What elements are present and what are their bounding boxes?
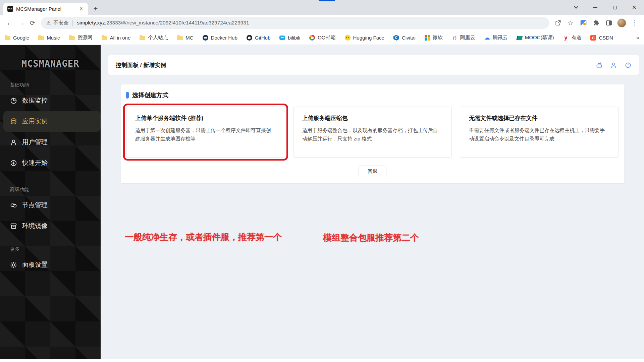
- plus-circle-icon: [10, 160, 17, 167]
- sidebar-item-quickstart[interactable]: 快速开始: [0, 153, 101, 173]
- bookmark-label: Civitai: [402, 35, 416, 41]
- sidebar-item-nodes[interactable]: 节点管理: [0, 195, 101, 216]
- folder-icon: [38, 36, 44, 40]
- user-icon: [10, 139, 17, 146]
- bookmark-label: QQ邮箱: [318, 35, 335, 41]
- sidebar-item-panel-settings[interactable]: 面板设置: [0, 254, 101, 275]
- extensions-puzzle-icon[interactable]: [590, 17, 602, 28]
- maximize-button[interactable]: [605, 0, 625, 15]
- card-description: 不需要任何文件或者服务端文件已存在远程主机上，只需要手动设置启动命令以及文件目录…: [469, 126, 610, 143]
- sidebar-item-label: 节点管理: [22, 201, 48, 209]
- close-button[interactable]: [625, 0, 644, 15]
- database-icon: [10, 118, 17, 125]
- sidebar: MCSMANAGER 基础功能 数据监控 应用实例 用户管理 快速开始 高级功能: [0, 45, 101, 359]
- browser-tab[interactable]: MCS MCSManager Panel: [3, 3, 88, 15]
- title-accent-bar: [126, 92, 129, 99]
- create-method-panel: 选择创建方式 上传单个服务端软件 (推荐) 适用于第一次创建服务器，只需上传一个…: [121, 84, 624, 183]
- sidebar-item-label: 环境镜像: [22, 222, 48, 230]
- bookmark-csdn[interactable]: CSDN: [590, 35, 613, 41]
- bookmark-label: Google: [13, 35, 29, 41]
- bookmarks-overflow-icon[interactable]: [636, 35, 639, 41]
- bilibili-icon: [279, 36, 285, 40]
- bookmark-aliyun[interactable]: 阿里云: [452, 35, 475, 41]
- sidebar-item-label: 面板设置: [22, 260, 48, 269]
- address-input[interactable]: 不安全 simplety.xyz:23333/#/new_instance/20…: [41, 17, 549, 29]
- bookmark-all-in-one[interactable]: All in one: [102, 35, 131, 41]
- reload-icon[interactable]: [27, 17, 38, 28]
- sidebar-section-advanced: 高级功能: [10, 187, 101, 193]
- back-icon[interactable]: [4, 17, 15, 28]
- tab-title: MCSManager Panel: [16, 6, 78, 12]
- back-button[interactable]: 回退: [359, 166, 386, 177]
- civitai-icon: [393, 35, 399, 41]
- bookmark-mc[interactable]: MC: [177, 35, 193, 41]
- bookmark-bilibili[interactable]: bilibili: [279, 35, 300, 41]
- tab-close-icon[interactable]: [78, 5, 85, 12]
- extension-colorful-icon[interactable]: [578, 17, 589, 28]
- github-icon: [247, 35, 252, 41]
- browser-titlebar: MCS MCSManager Panel: [0, 0, 644, 15]
- bookmark-label: Music: [47, 35, 60, 41]
- bookmark-hugging-face[interactable]: Hugging Face: [345, 35, 384, 41]
- url-text[interactable]: simplety.xyz:23333/#/new_instance/2092f4…: [77, 20, 249, 26]
- url-path: :23333/#/new_instance/2092f410fe144119ae…: [105, 20, 249, 25]
- bookmark-tencent-cloud[interactable]: 腾讯云: [484, 35, 508, 41]
- bookmark-music[interactable]: Music: [38, 35, 60, 41]
- side-panel-icon[interactable]: [603, 17, 614, 28]
- bookmark-ziyuanwang[interactable]: 资源网: [69, 35, 93, 41]
- minimize-button[interactable]: [586, 0, 605, 15]
- bookmark-qq-mail[interactable]: QQ邮箱: [309, 35, 335, 41]
- sidebar-item-images[interactable]: 环境镜像: [0, 216, 101, 236]
- mooc-icon: [516, 36, 523, 40]
- card-upload-zip-package[interactable]: 上传服务端压缩包 适用于服务端整合包，以及现有的服务器存档，打包上传后自动解压并…: [293, 107, 452, 158]
- archive-box-icon: [10, 223, 17, 230]
- profile-avatar[interactable]: [616, 17, 627, 28]
- bookmark-label: MOOC(慕课): [525, 35, 554, 41]
- microsoft-icon: [425, 35, 430, 41]
- aliyun-icon: [452, 35, 458, 41]
- create-method-cards: 上传单个服务端软件 (推荐) 适用于第一次创建服务器，只需上传一个程序文件即可直…: [126, 107, 619, 158]
- card-description: 适用于第一次创建服务器，只需上传一个程序文件即可直接创建服务器并生成地图存档等: [135, 126, 276, 143]
- qq-mail-icon: [309, 35, 315, 41]
- folder-icon: [69, 36, 75, 40]
- bookmark-google[interactable]: Google: [5, 35, 29, 41]
- sidebar-item-data-monitor[interactable]: 数据监控: [0, 90, 101, 111]
- browser-menu-icon[interactable]: [629, 17, 640, 28]
- bookmark-docker-hub[interactable]: Docker Hub: [203, 35, 237, 41]
- bookmark-microsoft[interactable]: 微软: [425, 35, 443, 41]
- tencent-cloud-icon: [484, 35, 490, 41]
- not-secure-warning-icon[interactable]: [46, 20, 51, 26]
- folder-icon: [140, 36, 145, 40]
- tab-search-icon[interactable]: [566, 0, 586, 15]
- annotation-first-option: 一般纯净生存，或者插件服，推荐第一个: [125, 231, 282, 243]
- bookmark-label: All in one: [110, 35, 131, 41]
- link-icon: [10, 202, 17, 209]
- breadcrumb: 控制面板 / 新增实例: [116, 61, 596, 69]
- sidebar-item-instances[interactable]: 应用实例: [3, 111, 101, 132]
- bookmark-civitai[interactable]: Civitai: [393, 35, 416, 41]
- bookmark-label: 微软: [433, 35, 443, 41]
- bookmark-personal-sites[interactable]: 个人站点: [140, 35, 168, 41]
- sidebar-item-users[interactable]: 用户管理: [0, 132, 101, 153]
- user-icon[interactable]: [610, 62, 617, 69]
- bookmark-mooc[interactable]: MOOC(慕课): [517, 35, 554, 41]
- box-arrow-icon[interactable]: [596, 62, 603, 69]
- bookmark-youdao[interactable]: 有道: [563, 35, 581, 41]
- annotation-second-option: 模组整合包服推荐第二个: [323, 232, 419, 244]
- window-controls: [566, 0, 644, 15]
- card-upload-single-server[interactable]: 上传单个服务端软件 (推荐) 适用于第一次创建服务器，只需上传一个程序文件即可直…: [126, 107, 285, 158]
- card-no-file-existing[interactable]: 无需文件或选择已存在文件 不需要任何文件或者服务端文件已存在远程主机上，只需要手…: [460, 107, 619, 158]
- power-icon[interactable]: [625, 62, 632, 69]
- folder-icon: [102, 36, 107, 40]
- share-icon[interactable]: [552, 17, 564, 28]
- new-tab-button[interactable]: [91, 4, 101, 14]
- mcsmanager-logo: MCSMANAGER: [0, 58, 101, 69]
- mcsmanager-page: MCSMANAGER 基础功能 数据监控 应用实例 用户管理 快速开始 高级功能: [0, 45, 644, 359]
- security-label[interactable]: 不安全: [53, 20, 68, 26]
- bookmark-label: 有道: [571, 35, 581, 41]
- bookmark-star-icon[interactable]: [565, 17, 576, 28]
- bookmark-github[interactable]: GitHub: [247, 35, 271, 41]
- browser-window: MCS MCSManager Panel 不安全 simplety.xyz:23…: [0, 0, 644, 359]
- bookmark-label: Hugging Face: [353, 35, 384, 41]
- url-host: simplety.xyz: [77, 20, 105, 25]
